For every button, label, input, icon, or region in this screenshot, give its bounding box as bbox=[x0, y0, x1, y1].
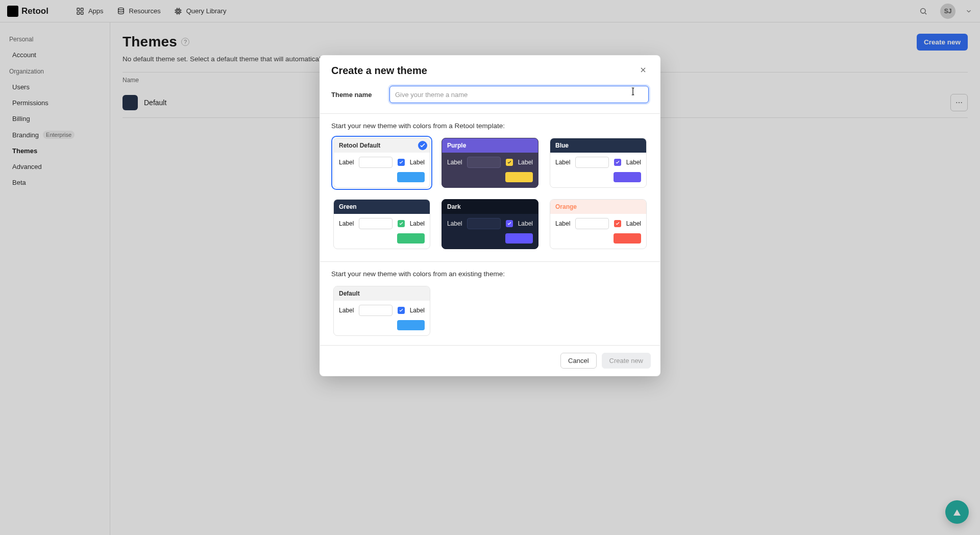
theme-name-label: Theme name bbox=[331, 91, 382, 99]
template-card: Orange Label Label bbox=[550, 199, 647, 249]
preview-label: Label bbox=[410, 220, 425, 227]
templates-section-title: Start your new theme with colors from a … bbox=[331, 122, 649, 130]
preview-label: Label bbox=[339, 307, 354, 314]
preview-label: Label bbox=[447, 220, 462, 227]
create-new-submit-button[interactable]: Create new bbox=[602, 353, 651, 369]
template-card-purple[interactable]: Purple Label Label bbox=[439, 136, 541, 190]
preview-button bbox=[397, 320, 425, 330]
modal-close-button[interactable] bbox=[638, 65, 649, 76]
preview-checkbox bbox=[506, 159, 513, 166]
template-card-body: Label Label bbox=[334, 301, 430, 335]
text-cursor-icon bbox=[628, 87, 638, 96]
preview-checkbox bbox=[506, 220, 513, 227]
create-theme-modal: Create a new theme Theme name Start your… bbox=[320, 55, 660, 376]
theme-name-input[interactable] bbox=[389, 86, 649, 103]
modal-divider bbox=[320, 261, 660, 262]
template-card: Default Label Label bbox=[333, 286, 430, 336]
template-card-body: Label Label bbox=[550, 214, 646, 249]
preview-label: Label bbox=[626, 220, 641, 227]
modal-divider bbox=[320, 113, 660, 114]
existing-section-title: Start your new theme with colors from an… bbox=[331, 270, 649, 278]
preview-checkbox bbox=[398, 220, 405, 227]
preview-label: Label bbox=[410, 307, 425, 314]
existing-grid: Default Label Label bbox=[331, 284, 649, 338]
cancel-button[interactable]: Cancel bbox=[560, 353, 596, 369]
template-card-title: Blue bbox=[550, 138, 646, 153]
preview-button bbox=[614, 172, 641, 182]
template-card: Green Label Label bbox=[333, 199, 430, 249]
template-card-retool-default[interactable]: Retool Default Label Label bbox=[331, 136, 432, 190]
preview-label: Label bbox=[518, 220, 533, 227]
template-card-title: Orange bbox=[550, 200, 646, 214]
template-card-dark[interactable]: Dark Label Label bbox=[439, 197, 541, 251]
template-card-blue[interactable]: Blue Label Label bbox=[548, 136, 649, 190]
preview-button bbox=[505, 172, 533, 182]
preview-label: Label bbox=[339, 159, 354, 166]
template-card-title: Retool Default bbox=[334, 138, 430, 153]
preview-label: Label bbox=[626, 159, 641, 166]
template-card: Retool Default Label Label bbox=[333, 138, 430, 188]
templates-grid: Retool Default Label Label bbox=[331, 136, 649, 251]
preview-checkbox bbox=[614, 220, 621, 227]
preview-button bbox=[397, 233, 425, 244]
modal-title: Create a new theme bbox=[331, 65, 427, 77]
template-card: Blue Label Label bbox=[550, 138, 647, 188]
preview-checkbox bbox=[614, 159, 621, 166]
template-card-body: Label Label bbox=[334, 214, 430, 249]
preview-label: Label bbox=[518, 159, 533, 166]
preview-button bbox=[397, 172, 425, 182]
preview-button bbox=[505, 233, 533, 244]
selected-check-icon bbox=[418, 141, 427, 150]
preview-label: Label bbox=[555, 159, 570, 166]
modal-footer: Cancel Create new bbox=[320, 345, 660, 376]
template-card-body: Label Label bbox=[550, 153, 646, 187]
existing-theme-card-default[interactable]: Default Label Label bbox=[331, 284, 432, 338]
preview-label: Label bbox=[447, 159, 462, 166]
template-card-title: Dark bbox=[442, 200, 538, 214]
theme-name-field-row: Theme name bbox=[331, 86, 649, 103]
template-card-title: Default bbox=[334, 286, 430, 301]
preview-input bbox=[467, 157, 500, 168]
modal-header: Create a new theme bbox=[320, 56, 660, 81]
preview-input bbox=[467, 218, 500, 229]
template-card: Dark Label Label bbox=[442, 199, 538, 249]
template-card-title: Purple bbox=[442, 138, 538, 153]
preview-input bbox=[575, 218, 608, 229]
template-card-body: Label Label bbox=[442, 153, 538, 187]
preview-input bbox=[575, 157, 608, 168]
preview-input bbox=[359, 305, 392, 316]
preview-input bbox=[359, 157, 392, 168]
preview-checkbox bbox=[398, 159, 405, 166]
template-card-body: Label Label bbox=[334, 153, 430, 187]
modal-body: Theme name Start your new theme with col… bbox=[320, 81, 660, 345]
preview-button bbox=[614, 233, 641, 244]
template-card-title: Green bbox=[334, 200, 430, 214]
close-icon bbox=[639, 66, 647, 76]
preview-label: Label bbox=[339, 220, 354, 227]
preview-input bbox=[359, 218, 392, 229]
template-card: Purple Label Label bbox=[442, 138, 538, 188]
preview-label: Label bbox=[410, 159, 425, 166]
template-card-orange[interactable]: Orange Label Label bbox=[548, 197, 649, 251]
preview-label: Label bbox=[555, 220, 570, 227]
template-card-green[interactable]: Green Label Label bbox=[331, 197, 432, 251]
template-card-body: Label Label bbox=[442, 214, 538, 249]
preview-checkbox bbox=[398, 307, 405, 314]
